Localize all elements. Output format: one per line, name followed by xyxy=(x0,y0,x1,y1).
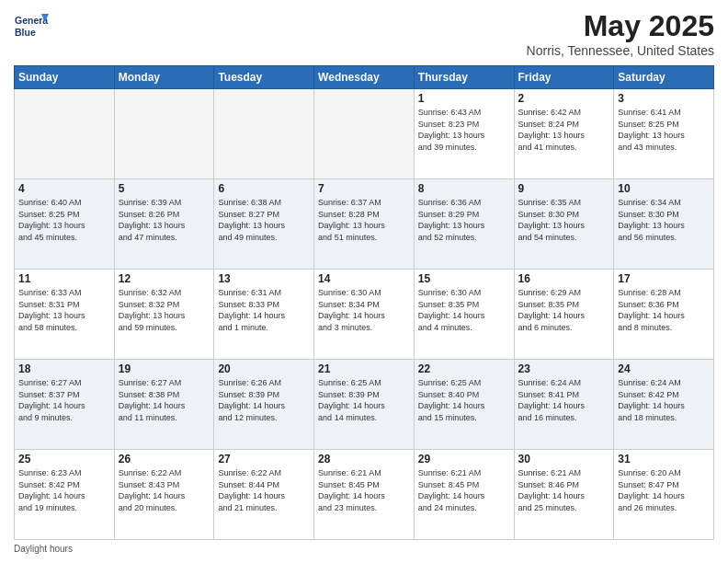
day-info: Sunrise: 6:31 AM Sunset: 8:33 PM Dayligh… xyxy=(218,287,310,333)
calendar-header-sunday: Sunday xyxy=(15,66,115,89)
day-number: 19 xyxy=(119,362,210,375)
calendar-day-10: 10Sunrise: 6:34 AM Sunset: 8:30 PM Dayli… xyxy=(614,179,714,270)
day-number: 10 xyxy=(618,182,710,195)
day-info: Sunrise: 6:30 AM Sunset: 8:34 PM Dayligh… xyxy=(318,287,410,333)
day-number: 4 xyxy=(18,182,110,195)
calendar-header-saturday: Saturday xyxy=(614,66,714,89)
svg-text:Blue: Blue xyxy=(15,27,36,38)
day-info: Sunrise: 6:33 AM Sunset: 8:31 PM Dayligh… xyxy=(18,287,110,333)
day-number: 16 xyxy=(518,272,610,285)
day-number: 20 xyxy=(218,362,310,375)
calendar-day-empty xyxy=(15,89,115,179)
day-number: 1 xyxy=(418,92,510,105)
day-info: Sunrise: 6:35 AM Sunset: 8:30 PM Dayligh… xyxy=(518,197,610,243)
calendar-day-1: 1Sunrise: 6:43 AM Sunset: 8:23 PM Daylig… xyxy=(414,89,514,179)
day-info: Sunrise: 6:36 AM Sunset: 8:29 PM Dayligh… xyxy=(418,197,510,243)
day-number: 29 xyxy=(418,453,510,465)
day-info: Sunrise: 6:21 AM Sunset: 8:46 PM Dayligh… xyxy=(518,467,610,513)
day-number: 11 xyxy=(18,272,110,285)
calendar-day-20: 20Sunrise: 6:26 AM Sunset: 8:39 PM Dayli… xyxy=(214,360,314,450)
day-info: Sunrise: 6:27 AM Sunset: 8:38 PM Dayligh… xyxy=(119,377,210,423)
calendar-day-16: 16Sunrise: 6:29 AM Sunset: 8:35 PM Dayli… xyxy=(514,270,614,360)
day-info: Sunrise: 6:22 AM Sunset: 8:44 PM Dayligh… xyxy=(218,467,310,513)
calendar-day-23: 23Sunrise: 6:24 AM Sunset: 8:41 PM Dayli… xyxy=(514,360,614,450)
calendar-day-empty xyxy=(114,89,214,179)
calendar-week-row: 1Sunrise: 6:43 AM Sunset: 8:23 PM Daylig… xyxy=(15,89,714,179)
day-number: 25 xyxy=(18,453,110,465)
month-title: May 2025 xyxy=(527,9,714,43)
day-info: Sunrise: 6:38 AM Sunset: 8:27 PM Dayligh… xyxy=(218,197,310,243)
calendar-week-row: 4Sunrise: 6:40 AM Sunset: 8:25 PM Daylig… xyxy=(15,179,714,270)
day-number: 24 xyxy=(618,362,710,375)
day-info: Sunrise: 6:30 AM Sunset: 8:35 PM Dayligh… xyxy=(418,287,510,333)
day-info: Sunrise: 6:28 AM Sunset: 8:36 PM Dayligh… xyxy=(618,287,710,333)
day-number: 12 xyxy=(119,272,210,285)
calendar-day-5: 5Sunrise: 6:39 AM Sunset: 8:26 PM Daylig… xyxy=(114,179,214,270)
calendar-day-25: 25Sunrise: 6:23 AM Sunset: 8:42 PM Dayli… xyxy=(15,450,115,540)
day-number: 31 xyxy=(618,453,710,465)
calendar-day-27: 27Sunrise: 6:22 AM Sunset: 8:44 PM Dayli… xyxy=(214,450,314,540)
calendar-header-wednesday: Wednesday xyxy=(314,66,415,89)
calendar-day-15: 15Sunrise: 6:30 AM Sunset: 8:35 PM Dayli… xyxy=(414,270,514,360)
calendar-day-19: 19Sunrise: 6:27 AM Sunset: 8:38 PM Dayli… xyxy=(114,360,214,450)
calendar-day-6: 6Sunrise: 6:38 AM Sunset: 8:27 PM Daylig… xyxy=(214,179,314,270)
day-info: Sunrise: 6:20 AM Sunset: 8:47 PM Dayligh… xyxy=(618,467,710,513)
day-info: Sunrise: 6:21 AM Sunset: 8:45 PM Dayligh… xyxy=(418,467,510,513)
calendar-week-row: 25Sunrise: 6:23 AM Sunset: 8:42 PM Dayli… xyxy=(15,450,714,540)
day-number: 21 xyxy=(318,362,410,375)
day-info: Sunrise: 6:22 AM Sunset: 8:43 PM Dayligh… xyxy=(119,467,210,513)
day-info: Sunrise: 6:41 AM Sunset: 8:25 PM Dayligh… xyxy=(618,107,710,153)
day-info: Sunrise: 6:40 AM Sunset: 8:25 PM Dayligh… xyxy=(18,197,110,243)
calendar-day-8: 8Sunrise: 6:36 AM Sunset: 8:29 PM Daylig… xyxy=(414,179,514,270)
day-info: Sunrise: 6:27 AM Sunset: 8:37 PM Dayligh… xyxy=(18,377,110,423)
day-info: Sunrise: 6:21 AM Sunset: 8:45 PM Dayligh… xyxy=(318,467,410,513)
calendar-day-28: 28Sunrise: 6:21 AM Sunset: 8:45 PM Dayli… xyxy=(314,450,415,540)
calendar-day-29: 29Sunrise: 6:21 AM Sunset: 8:45 PM Dayli… xyxy=(414,450,514,540)
day-info: Sunrise: 6:43 AM Sunset: 8:23 PM Dayligh… xyxy=(418,107,510,153)
day-number: 9 xyxy=(518,182,610,195)
day-number: 23 xyxy=(518,362,610,375)
day-number: 22 xyxy=(418,362,510,375)
day-info: Sunrise: 6:29 AM Sunset: 8:35 PM Dayligh… xyxy=(518,287,610,333)
calendar-day-12: 12Sunrise: 6:32 AM Sunset: 8:32 PM Dayli… xyxy=(114,270,214,360)
day-number: 18 xyxy=(18,362,110,375)
calendar-day-empty xyxy=(214,89,314,179)
calendar-header-thursday: Thursday xyxy=(414,66,514,89)
day-number: 14 xyxy=(318,272,410,285)
calendar-day-7: 7Sunrise: 6:37 AM Sunset: 8:28 PM Daylig… xyxy=(314,179,415,270)
logo: General Blue xyxy=(14,9,49,44)
calendar-day-17: 17Sunrise: 6:28 AM Sunset: 8:36 PM Dayli… xyxy=(614,270,714,360)
calendar-day-30: 30Sunrise: 6:21 AM Sunset: 8:46 PM Dayli… xyxy=(514,450,614,540)
day-info: Sunrise: 6:25 AM Sunset: 8:39 PM Dayligh… xyxy=(318,377,410,423)
calendar-day-empty xyxy=(314,89,415,179)
title-section: May 2025 Norris, Tennessee, United State… xyxy=(527,9,714,58)
day-number: 26 xyxy=(119,453,210,465)
calendar-day-9: 9Sunrise: 6:35 AM Sunset: 8:30 PM Daylig… xyxy=(514,179,614,270)
calendar-day-4: 4Sunrise: 6:40 AM Sunset: 8:25 PM Daylig… xyxy=(15,179,115,270)
day-info: Sunrise: 6:25 AM Sunset: 8:40 PM Dayligh… xyxy=(418,377,510,423)
calendar-day-18: 18Sunrise: 6:27 AM Sunset: 8:37 PM Dayli… xyxy=(15,360,115,450)
day-info: Sunrise: 6:24 AM Sunset: 8:42 PM Dayligh… xyxy=(618,377,710,423)
calendar-header-row: SundayMondayTuesdayWednesdayThursdayFrid… xyxy=(15,66,714,89)
day-number: 2 xyxy=(518,92,610,105)
day-info: Sunrise: 6:23 AM Sunset: 8:42 PM Dayligh… xyxy=(18,467,110,513)
day-number: 28 xyxy=(318,453,410,465)
calendar-day-3: 3Sunrise: 6:41 AM Sunset: 8:25 PM Daylig… xyxy=(614,89,714,179)
day-info: Sunrise: 6:32 AM Sunset: 8:32 PM Dayligh… xyxy=(119,287,210,333)
day-number: 17 xyxy=(618,272,710,285)
logo-graphic: General Blue xyxy=(14,9,49,44)
logo-container: General Blue xyxy=(14,9,49,44)
day-number: 30 xyxy=(518,453,610,465)
page: General Blue May 2025 Norris, Tennessee,… xyxy=(0,0,728,563)
location: Norris, Tennessee, United States xyxy=(527,43,714,58)
calendar-header-friday: Friday xyxy=(514,66,614,89)
calendar-header-tuesday: Tuesday xyxy=(214,66,314,89)
daylight-hours-label: Daylight hours xyxy=(14,544,73,554)
day-info: Sunrise: 6:34 AM Sunset: 8:30 PM Dayligh… xyxy=(618,197,710,243)
calendar-day-2: 2Sunrise: 6:42 AM Sunset: 8:24 PM Daylig… xyxy=(514,89,614,179)
day-number: 27 xyxy=(218,453,310,465)
day-info: Sunrise: 6:39 AM Sunset: 8:26 PM Dayligh… xyxy=(119,197,210,243)
day-info: Sunrise: 6:42 AM Sunset: 8:24 PM Dayligh… xyxy=(518,107,610,153)
day-number: 8 xyxy=(418,182,510,195)
calendar-day-24: 24Sunrise: 6:24 AM Sunset: 8:42 PM Dayli… xyxy=(614,360,714,450)
